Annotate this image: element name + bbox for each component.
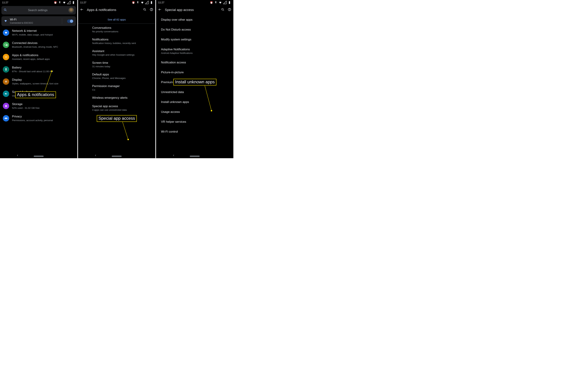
apps-notifications-list: ConversationsNo priority conversationsNo… bbox=[78, 24, 155, 114]
status-bar: 11:27 ⏰ bbox=[0, 0, 77, 5]
wifi-toggle[interactable] bbox=[67, 19, 73, 23]
back-button[interactable] bbox=[158, 8, 162, 12]
svg-point-12 bbox=[7, 58, 7, 58]
status-time: 11:27 bbox=[158, 1, 164, 4]
menu-row[interactable]: ConversationsNo priority conversations bbox=[78, 24, 155, 35]
status-time: 11:27 bbox=[80, 1, 86, 4]
svg-point-8 bbox=[6, 57, 6, 57]
special-access-row[interactable]: Wi-Fi control bbox=[156, 127, 233, 137]
callout-special-app-access: Special app access bbox=[97, 115, 137, 122]
nav-back-caret[interactable]: ‹ bbox=[95, 153, 96, 157]
svg-point-5 bbox=[6, 56, 6, 57]
profile-avatar[interactable] bbox=[69, 7, 74, 13]
svg-line-35 bbox=[123, 122, 128, 140]
special-access-row[interactable]: Adaptive NotificationsAndroid Adaptive N… bbox=[156, 45, 233, 58]
row-title: Wireless emergency alerts bbox=[92, 96, 155, 100]
svg-point-0 bbox=[4, 9, 6, 10]
nav-back-caret[interactable]: ‹ bbox=[173, 153, 174, 157]
menu-row[interactable]: NotificationsNotification history, bubbl… bbox=[78, 35, 155, 47]
menu-row[interactable]: Wireless emergency alerts bbox=[78, 94, 155, 102]
svg-rect-25 bbox=[5, 106, 7, 106]
row-title: Display over other apps bbox=[161, 18, 233, 21]
row-title: VR helper services bbox=[161, 120, 233, 124]
special-access-row[interactable]: Notification access bbox=[156, 58, 233, 68]
search-icon bbox=[3, 8, 7, 12]
svg-point-41 bbox=[229, 10, 229, 10]
row-title: Notifications bbox=[92, 38, 155, 41]
gesture-pill[interactable] bbox=[112, 156, 122, 157]
wifi-icon bbox=[63, 1, 66, 4]
volume-icon bbox=[3, 90, 9, 97]
wifi-title: Wi-Fi bbox=[10, 18, 33, 21]
settings-row-network[interactable]: Network & internetWi-Fi, mobile, data us… bbox=[0, 27, 77, 39]
special-access-row[interactable]: Usage access bbox=[156, 107, 233, 117]
special-access-row[interactable]: Display over other apps bbox=[156, 15, 233, 25]
menu-row[interactable]: AssistantHey Google and other Assistant … bbox=[78, 47, 155, 59]
settings-row-apps[interactable]: Apps & notificationsAssistant, recent ap… bbox=[0, 51, 77, 63]
wifi-icon bbox=[218, 1, 222, 4]
row-subtitle: Co bbox=[92, 88, 155, 91]
nav-back-caret[interactable]: ‹ bbox=[17, 153, 18, 157]
svg-line-21 bbox=[7, 82, 7, 83]
svg-line-32 bbox=[145, 10, 146, 11]
row-subtitle: Chrome, Phone, and Messages bbox=[92, 77, 155, 79]
search-icon[interactable] bbox=[143, 8, 146, 12]
devices-icon bbox=[3, 42, 9, 48]
row-title: Picture-in-picture bbox=[161, 71, 233, 74]
settings-row-battery[interactable]: Battery87% - Should last until about 11:… bbox=[0, 63, 77, 76]
apps-icon bbox=[3, 54, 9, 60]
settings-row-display[interactable]: DisplayStyles, wallpapers, screen timeou… bbox=[0, 76, 77, 88]
special-access-row[interactable]: Unrestricted data bbox=[156, 87, 233, 97]
page-title: Apps & notifications bbox=[87, 8, 140, 12]
settings-list: Network & internetWi-Fi, mobile, data us… bbox=[0, 26, 77, 125]
signal-icon bbox=[145, 1, 149, 4]
battery-icon bbox=[3, 66, 9, 73]
search-settings[interactable]: Search settings bbox=[1, 6, 76, 14]
row-subtitle: Notification history, bubbles, recently … bbox=[92, 42, 155, 45]
gesture-pill[interactable] bbox=[34, 156, 44, 157]
wifi-quick-tile[interactable]: Wi-Fi Connected to E0C0CC bbox=[1, 16, 76, 26]
special-access-row[interactable]: Install unknown apps bbox=[156, 97, 233, 107]
row-title: Adaptive Notifications bbox=[161, 48, 233, 51]
menu-row[interactable]: Permission managerCo bbox=[78, 82, 155, 94]
storage-icon bbox=[3, 103, 9, 109]
back-button[interactable] bbox=[80, 8, 84, 12]
row-subtitle: Hey Google and other Assistant settings bbox=[92, 54, 155, 56]
row-subtitle: 87% - Should last until about 11:00 AM bbox=[12, 70, 53, 73]
status-bar: 11:27 ⏰ bbox=[156, 0, 233, 5]
svg-point-7 bbox=[5, 57, 5, 57]
menu-row[interactable]: Special app access3 apps can use unrestr… bbox=[78, 102, 155, 114]
special-access-row[interactable]: VR helper services bbox=[156, 117, 233, 127]
settings-row-devices[interactable]: Connected devicesBluetooth, Android Auto… bbox=[0, 39, 77, 51]
screen-settings: 11:27 ⏰ Search settings bbox=[0, 0, 78, 158]
row-title: Apps & notifications bbox=[12, 54, 50, 57]
help-icon[interactable] bbox=[150, 8, 153, 12]
row-title: Privacy bbox=[12, 115, 53, 118]
menu-row[interactable]: Default appsChrome, Phone, and Messages bbox=[78, 70, 155, 82]
menu-row[interactable]: Screen time31 minutes today bbox=[78, 59, 155, 70]
svg-line-23 bbox=[7, 80, 7, 81]
special-access-row[interactable]: Do Not Disturb access bbox=[156, 25, 233, 35]
callout-apps-notifications: Apps & notifications bbox=[15, 91, 56, 98]
row-title: Storage bbox=[12, 102, 40, 106]
see-all-apps-link[interactable]: See all 82 apps bbox=[78, 15, 155, 23]
row-subtitle: Bluetooth, Android Auto, driving mode, N… bbox=[12, 45, 58, 49]
help-icon[interactable] bbox=[228, 8, 231, 12]
settings-row-storage[interactable]: Storage52% used - 31.02 GB free bbox=[0, 100, 77, 112]
svg-line-22 bbox=[5, 82, 5, 83]
special-access-row[interactable]: Modify system settings bbox=[156, 35, 233, 45]
status-time: 11:27 bbox=[2, 1, 8, 4]
alarm-icon: ⏰ bbox=[132, 1, 135, 4]
search-icon[interactable] bbox=[221, 8, 224, 12]
wifi-icon bbox=[141, 1, 144, 4]
gesture-pill[interactable] bbox=[190, 156, 200, 157]
svg-point-38 bbox=[221, 8, 223, 10]
screen-special-app-access: 11:27 ⏰ Special app access Display over … bbox=[156, 0, 234, 158]
screen-apps-notifications: 11:27 ⏰ Apps & notifications See all 82 … bbox=[78, 0, 156, 158]
special-access-row[interactable]: Picture-in-picture bbox=[156, 68, 233, 77]
wifi-icon bbox=[4, 19, 7, 23]
svg-point-10 bbox=[5, 58, 5, 58]
alarm-icon: ⏰ bbox=[54, 1, 57, 4]
settings-row-privacy[interactable]: PrivacyPermissions, account activity, pe… bbox=[0, 112, 77, 125]
row-title: Assistant bbox=[92, 49, 155, 53]
